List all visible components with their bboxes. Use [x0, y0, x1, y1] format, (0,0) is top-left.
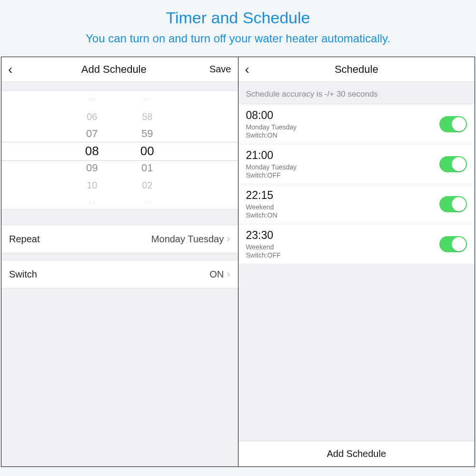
picker-selection-band [1, 142, 238, 161]
picker-option[interactable]: 59 [126, 125, 169, 142]
chevron-right-icon: › [227, 233, 230, 245]
schedule-list-screen: ‹ Schedule Schedule accuracy is -/+ 30 s… [238, 57, 475, 466]
save-button[interactable]: Save [203, 64, 231, 75]
chevron-right-icon: › [227, 268, 230, 280]
page-title: Add Schedule [25, 63, 203, 76]
back-button[interactable]: ‹ [245, 63, 262, 76]
picker-option[interactable]: 05 [70, 94, 113, 105]
switch-value: ON [209, 269, 224, 280]
picker-option-selected[interactable]: 08 [70, 142, 113, 159]
schedule-time: 22:15 [246, 189, 440, 202]
schedule-days: Monday Tuesday [246, 163, 440, 171]
picker-option[interactable]: 10 [70, 177, 113, 194]
picker-option-selected[interactable]: 00 [126, 142, 169, 159]
add-schedule-screen: ‹ Add Schedule Save 05 06 07 08 09 10 11… [1, 57, 238, 466]
schedule-switch-state: Switch:ON [246, 131, 440, 139]
switch-label: Switch [9, 269, 209, 280]
schedule-switch-state: Switch:OFF [246, 171, 440, 179]
picker-option[interactable]: 07 [70, 125, 113, 142]
hour-wheel[interactable]: 05 06 07 08 09 10 11 [70, 91, 113, 209]
schedule-time: 23:30 [246, 229, 440, 242]
time-picker[interactable]: 05 06 07 08 09 10 11 57 58 59 00 01 02 0… [1, 90, 238, 209]
schedule-time: 21:00 [246, 149, 440, 162]
accuracy-note: Schedule accuracy is -/+ 30 seconds [238, 82, 475, 104]
navbar: ‹ Schedule [238, 57, 475, 82]
enable-toggle[interactable] [439, 236, 467, 252]
enable-toggle[interactable] [439, 116, 467, 132]
banner-title: Timer and Schedule [0, 9, 476, 27]
schedule-item[interactable]: 08:00 Monday Tuesday Switch:ON [238, 104, 475, 144]
enable-toggle[interactable] [439, 156, 467, 172]
repeat-row[interactable]: Repeat Monday Tuesday › [1, 225, 238, 253]
schedule-list: 08:00 Monday Tuesday Switch:ON 21:00 Mon… [238, 104, 475, 264]
navbar: ‹ Add Schedule Save [1, 57, 238, 82]
schedule-item[interactable]: 22:15 Weekend Switch:ON [238, 184, 475, 224]
switch-row[interactable]: Switch ON › [1, 260, 238, 288]
picker-option[interactable]: 57 [126, 94, 169, 105]
repeat-label: Repeat [9, 234, 151, 245]
schedule-days: Monday Tuesday [246, 123, 440, 131]
schedule-switch-state: Switch:ON [246, 211, 440, 219]
minute-wheel[interactable]: 57 58 59 00 01 02 03 [126, 91, 169, 209]
enable-toggle[interactable] [439, 196, 467, 212]
schedule-days: Weekend [246, 243, 440, 251]
picker-option[interactable]: 58 [126, 108, 169, 125]
picker-option[interactable]: 11 [70, 197, 113, 208]
back-button[interactable]: ‹ [8, 63, 25, 76]
schedule-time: 08:00 [246, 109, 440, 122]
picker-option[interactable]: 06 [70, 108, 113, 125]
picker-option[interactable]: 09 [70, 159, 113, 177]
banner-subtitle: You can turn on and turn off your water … [0, 32, 476, 45]
schedule-item[interactable]: 23:30 Weekend Switch:OFF [238, 224, 475, 264]
picker-option[interactable]: 01 [126, 159, 169, 177]
schedule-item[interactable]: 21:00 Monday Tuesday Switch:OFF [238, 144, 475, 184]
picker-option[interactable]: 03 [126, 197, 169, 208]
add-schedule-button[interactable]: Add Schedule [238, 441, 475, 466]
screenshots-row: ‹ Add Schedule Save 05 06 07 08 09 10 11… [1, 57, 475, 467]
repeat-value: Monday Tuesday [151, 234, 224, 245]
marketing-banner: Timer and Schedule You can turn on and t… [0, 0, 476, 52]
page-title: Schedule [262, 63, 451, 76]
picker-option[interactable]: 02 [126, 177, 169, 194]
schedule-days: Weekend [246, 203, 440, 211]
schedule-switch-state: Switch:OFF [246, 251, 440, 259]
